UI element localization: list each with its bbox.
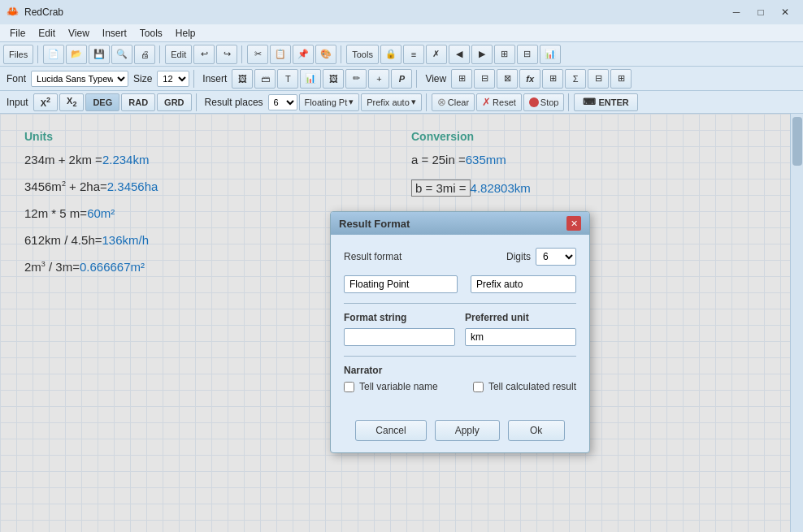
tell-variable-row: Tell variable name Tell calculated resul…	[344, 381, 576, 392]
new-button[interactable]: 📄	[43, 45, 64, 64]
cut-button[interactable]: ✂	[247, 45, 268, 64]
view3-button[interactable]: ⊠	[497, 69, 518, 89]
sigma-button[interactable]: Σ	[565, 69, 586, 89]
format-string-group: Format string	[344, 312, 455, 346]
table2-button[interactable]: ⊞	[610, 69, 632, 89]
tb-btn-4[interactable]: 🔍	[111, 45, 132, 64]
tb-btn-5[interactable]: 🖨	[134, 45, 155, 64]
floating-chevron: ▾	[349, 97, 354, 107]
menu-edit[interactable]: Edit	[32, 26, 62, 41]
paste-button[interactable]: 📌	[293, 45, 314, 64]
tell-variable-checkbox[interactable]	[344, 382, 354, 392]
ok-button[interactable]: Ok	[508, 420, 565, 441]
left-button[interactable]: ◀	[449, 45, 470, 64]
app-title: RedCrab	[24, 6, 725, 18]
insert4-button[interactable]: 📊	[300, 69, 321, 89]
rad-button[interactable]: RAD	[121, 93, 155, 111]
reset-label: Reset	[493, 97, 516, 107]
view2-button[interactable]: ⊟	[474, 69, 495, 89]
preferred-unit-input[interactable]	[465, 328, 576, 346]
floating-label: Floating Pt	[305, 97, 348, 107]
menu-insert[interactable]: Insert	[96, 26, 133, 41]
fx-button[interactable]: fx	[519, 69, 540, 89]
insert7-button[interactable]: +	[368, 69, 389, 89]
format-digits-row: Result format Digits 6	[344, 248, 576, 266]
insert3-button[interactable]: T	[277, 69, 298, 89]
deg-button[interactable]: DEG	[85, 93, 119, 111]
right-button[interactable]: ▶	[471, 45, 493, 64]
matrix-button[interactable]: ⊞	[542, 69, 563, 89]
insert8-button[interactable]: P	[391, 69, 412, 89]
clear-label: Clear	[448, 97, 469, 107]
x2-button[interactable]: X2	[33, 93, 58, 111]
toolbar-1: Files 📄 📂 💾 🔍 🖨 Edit ↩ ↪ ✂ 📋 📌 🎨 Tools 🔒…	[0, 42, 803, 67]
dialog-title: Result Format	[339, 218, 410, 230]
menu-tools[interactable]: Tools	[133, 26, 169, 41]
copy-button[interactable]: 📋	[270, 45, 291, 64]
paste2-button[interactable]: 🎨	[315, 45, 336, 64]
grd-button[interactable]: GRD	[157, 93, 191, 111]
vertical-scrollbar[interactable]	[790, 114, 803, 532]
scrollbar-thumb-v[interactable]	[792, 117, 802, 166]
dialog-body: Result format Digits 6	[331, 235, 589, 412]
open-button[interactable]: 📂	[66, 45, 87, 64]
insert6-button[interactable]: ✏	[345, 69, 367, 89]
grid2-button[interactable]: ⊟	[517, 45, 538, 64]
menu-help[interactable]: Help	[169, 26, 202, 41]
floating-button[interactable]: Floating Pt ▾	[299, 93, 360, 111]
font-label: Font	[3, 73, 29, 84]
prefix-input[interactable]	[471, 275, 576, 293]
menu-view[interactable]: View	[62, 26, 96, 41]
enter-icon: ⌨	[583, 97, 596, 107]
size-label: Size	[130, 73, 155, 84]
digits-group: Digits 6	[506, 248, 576, 266]
view1-button[interactable]: ⊞	[451, 69, 472, 89]
reset-button[interactable]: ✗ Reset	[476, 93, 522, 111]
clear-button[interactable]: ⊗ Clear	[432, 93, 475, 111]
cancel-button[interactable]: Cancel	[355, 420, 426, 441]
font-dropdown[interactable]: Lucida Sans Typewr...	[31, 71, 128, 87]
edit-button[interactable]: Edit	[165, 45, 192, 64]
lock-button[interactable]: 🔒	[380, 45, 402, 64]
dialog-footer: Cancel Apply Ok	[331, 412, 589, 452]
chart-button[interactable]: 📊	[540, 45, 561, 64]
main-area: Units 234m + 2km =2.234km 3456m2 + 2ha=2…	[0, 114, 803, 532]
list-button[interactable]: ≡	[403, 45, 424, 64]
maximize-button[interactable]: □	[749, 5, 772, 19]
insert2-button[interactable]: 🗃	[254, 69, 276, 89]
stop-button[interactable]: Stop	[523, 93, 565, 111]
dialog-title-bar: Result Format ✕	[331, 212, 589, 235]
prefix-button[interactable]: Prefix auto ▾	[361, 93, 422, 111]
dialog-close-button[interactable]: ✕	[566, 216, 581, 231]
close-button[interactable]: ✕	[774, 5, 796, 19]
enter-button[interactable]: ⌨ ENTER	[574, 93, 637, 111]
format-input[interactable]	[344, 275, 458, 293]
table-button[interactable]: ⊟	[588, 69, 609, 89]
result-format-dialog: Result Format ✕ Result format Digits 6	[330, 211, 590, 453]
size-dropdown[interactable]: 12	[157, 71, 189, 87]
x2sub-button[interactable]: X2	[59, 93, 84, 111]
tell-result-checkbox[interactable]	[473, 382, 484, 392]
insert-img-button[interactable]: 🖼	[232, 69, 253, 89]
apply-button[interactable]: Apply	[435, 420, 500, 441]
redo-button[interactable]: ↪	[216, 45, 237, 64]
files-button[interactable]: Files	[3, 45, 33, 64]
menu-file[interactable]: File	[3, 26, 32, 41]
save-button[interactable]: 💾	[89, 45, 110, 64]
clear-icon: ⊗	[437, 96, 446, 108]
result-places-dropdown[interactable]: 6	[268, 94, 297, 110]
calc-button[interactable]: ✗	[426, 45, 447, 64]
undo-button[interactable]: ↩	[193, 45, 215, 64]
insert5-button[interactable]: 🖼	[323, 69, 344, 89]
grid-button[interactable]: ⊞	[494, 45, 515, 64]
format-string-input[interactable]	[344, 328, 455, 346]
tell-result-label: Tell calculated result	[488, 381, 576, 392]
tools-button[interactable]: Tools	[346, 45, 379, 64]
sep3	[241, 45, 243, 63]
insert-label: Insert	[199, 73, 230, 84]
sep7	[196, 93, 197, 111]
minimize-button[interactable]: ─	[725, 5, 748, 19]
result-format-label: Result format	[344, 251, 402, 262]
digits-select[interactable]: 6	[536, 248, 576, 266]
menu-bar: File Edit View Insert Tools Help	[0, 24, 803, 42]
